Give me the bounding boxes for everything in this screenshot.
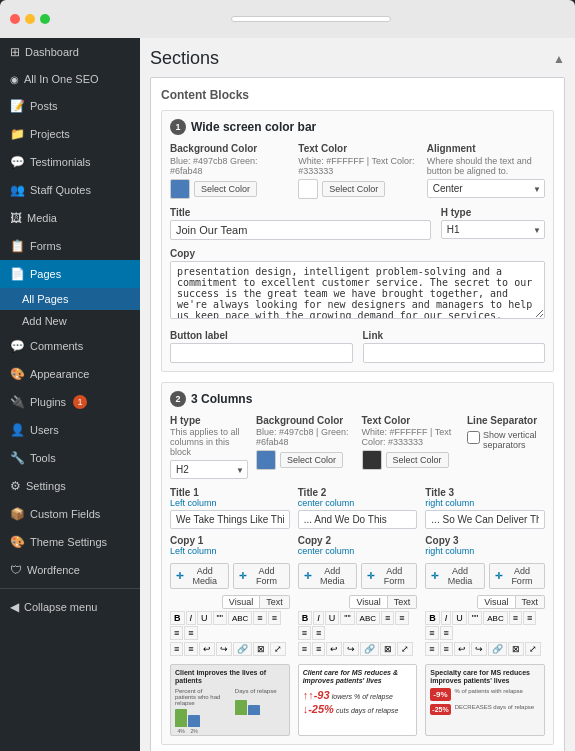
col3-align-left-btn[interactable]: ≡ [509,611,522,625]
col3-underline-btn[interactable]: U [452,611,467,625]
block2-col1-add-form-btn[interactable]: ✛Add Form [233,563,289,589]
block2-show-vertical-label[interactable]: Show vertical separators [467,430,545,450]
block1-text-select-color-btn[interactable]: Select Color [322,181,385,197]
block2-bg-select-color-btn[interactable]: Select Color [280,452,343,468]
col2-abc-btn[interactable]: ABC [356,611,380,625]
sidebar-item-testimonials[interactable]: 💬 Testimonials [0,148,140,176]
col1-expand-btn[interactable]: ⤢ [270,642,286,656]
sidebar-item-settings[interactable]: ⚙ Settings [0,472,140,500]
block2-col2-add-form-btn[interactable]: ✛Add Form [361,563,417,589]
sidebar-item-collapse[interactable]: ◀ Collapse menu [0,593,140,621]
sidebar-item-appearance[interactable]: 🎨 Appearance [0,360,140,388]
col2-link-btn[interactable]: 🔗 [360,642,379,656]
close-control[interactable] [10,14,20,24]
col2-strikethrough-btn[interactable]: "" [340,611,354,625]
address-bar[interactable] [231,16,391,22]
col1-align-left-btn[interactable]: ≡ [253,611,266,625]
block2-col3-add-media-btn[interactable]: ✛Add Media [425,563,484,589]
sidebar-item-theme-settings[interactable]: 🎨 Theme Settings [0,528,140,556]
col3-undo-btn[interactable]: ↩ [454,642,470,656]
col1-indent-btn[interactable]: ≡ [170,642,183,656]
col2-bold-btn[interactable]: B [298,611,313,625]
block2-title2-input[interactable] [298,510,418,529]
block1-copy-textarea[interactable]: presentation design, intelligent problem… [170,261,545,319]
sidebar-item-add-new[interactable]: Add New [0,310,140,332]
block1-bg-select-color-btn[interactable]: Select Color [194,181,257,197]
col3-redo-btn[interactable]: ↪ [471,642,487,656]
col3-link-btn[interactable]: 🔗 [488,642,507,656]
col1-strikethrough-btn[interactable]: "" [213,611,227,625]
col1-visual-tab[interactable]: Visual [222,595,260,609]
sidebar-item-users[interactable]: 👤 Users [0,416,140,444]
col2-undo-btn[interactable]: ↩ [326,642,342,656]
block1-btn-label-input[interactable] [170,343,353,363]
col3-outdent-btn[interactable]: ≡ [440,642,453,656]
col2-outdent-btn[interactable]: ≡ [312,642,325,656]
block1-htype-select[interactable]: H1 H2 H3 [441,220,545,239]
col2-indent-btn[interactable]: ≡ [298,642,311,656]
block2-title3-input[interactable] [425,510,545,529]
col3-expand-btn[interactable]: ⤢ [525,642,541,656]
sidebar-item-tools[interactable]: 🔧 Tools [0,444,140,472]
col3-align-right-btn[interactable]: ≡ [425,626,438,640]
block1-title-input[interactable] [170,220,431,240]
col1-italic-btn[interactable]: I [186,611,197,625]
col1-list-btn[interactable]: ≡ [184,626,197,640]
col1-bold-btn[interactable]: B [170,611,185,625]
collapse-section-btn[interactable]: ▲ [553,52,565,66]
col3-strikethrough-btn[interactable]: "" [468,611,482,625]
col3-indent-btn[interactable]: ≡ [425,642,438,656]
col2-text-tab[interactable]: Text [388,595,418,609]
sidebar-item-pages[interactable]: 📄 Pages [0,260,140,288]
block2-text-select-color-btn[interactable]: Select Color [386,452,449,468]
sidebar-item-dashboard[interactable]: ⊞ Dashboard [0,38,140,66]
sidebar-item-wordfence[interactable]: 🛡 Wordfence [0,556,140,584]
block2-title1-input[interactable] [170,510,290,529]
sidebar-item-posts[interactable]: 📝 Posts [0,92,140,120]
col1-outdent-btn[interactable]: ≡ [184,642,197,656]
col1-text-tab[interactable]: Text [260,595,290,609]
col1-redo-btn[interactable]: ↪ [216,642,232,656]
col2-italic-btn[interactable]: I [313,611,324,625]
col1-link-btn[interactable]: 🔗 [233,642,252,656]
col1-abc-btn[interactable]: ABC [228,611,252,625]
block1-alignment-select[interactable]: Center Left Right [427,179,545,198]
block2-col1-add-media-btn[interactable]: ✛Add Media [170,563,229,589]
block2-htype-select[interactable]: H2 H1 H3 [170,460,248,479]
col2-align-center-btn[interactable]: ≡ [395,611,408,625]
col3-text-tab[interactable]: Text [516,595,546,609]
col3-align-center-btn[interactable]: ≡ [523,611,536,625]
col2-align-left-btn[interactable]: ≡ [381,611,394,625]
col2-expand-btn[interactable]: ⤢ [397,642,413,656]
col3-visual-tab[interactable]: Visual [477,595,515,609]
col2-visual-tab[interactable]: Visual [349,595,387,609]
sidebar-item-all-pages[interactable]: All Pages [0,288,140,310]
sidebar-item-media[interactable]: 🖼 Media [0,204,140,232]
col1-undo-btn[interactable]: ↩ [199,642,215,656]
col3-list-btn[interactable]: ≡ [440,626,453,640]
col1-align-center-btn[interactable]: ≡ [268,611,281,625]
sidebar-item-comments[interactable]: 💬 Comments [0,332,140,360]
block2-col2-add-media-btn[interactable]: ✛Add Media [298,563,357,589]
col2-unlink-btn[interactable]: ⊠ [380,642,396,656]
sidebar-item-forms[interactable]: 📋 Forms [0,232,140,260]
sidebar-item-custom-fields[interactable]: 📦 Custom Fields [0,500,140,528]
sidebar-item-plugins[interactable]: 🔌 Plugins 1 [0,388,140,416]
col3-unlink-btn[interactable]: ⊠ [508,642,524,656]
col2-list-btn[interactable]: ≡ [312,626,325,640]
block2-col3-add-form-btn[interactable]: ✛Add Form [489,563,545,589]
minimize-control[interactable] [25,14,35,24]
col1-underline-btn[interactable]: U [197,611,212,625]
col3-italic-btn[interactable]: I [441,611,452,625]
maximize-control[interactable] [40,14,50,24]
block2-show-vertical-checkbox[interactable] [467,431,480,444]
col1-unlink-btn[interactable]: ⊠ [253,642,269,656]
col1-align-right-btn[interactable]: ≡ [170,626,183,640]
col2-redo-btn[interactable]: ↪ [343,642,359,656]
col3-abc-btn[interactable]: ABC [483,611,507,625]
sidebar-item-seo[interactable]: ◉ All In One SEO [0,66,140,92]
sidebar-item-projects[interactable]: 📁 Projects [0,120,140,148]
col2-underline-btn[interactable]: U [325,611,340,625]
col2-align-right-btn[interactable]: ≡ [298,626,311,640]
col3-bold-btn[interactable]: B [425,611,440,625]
